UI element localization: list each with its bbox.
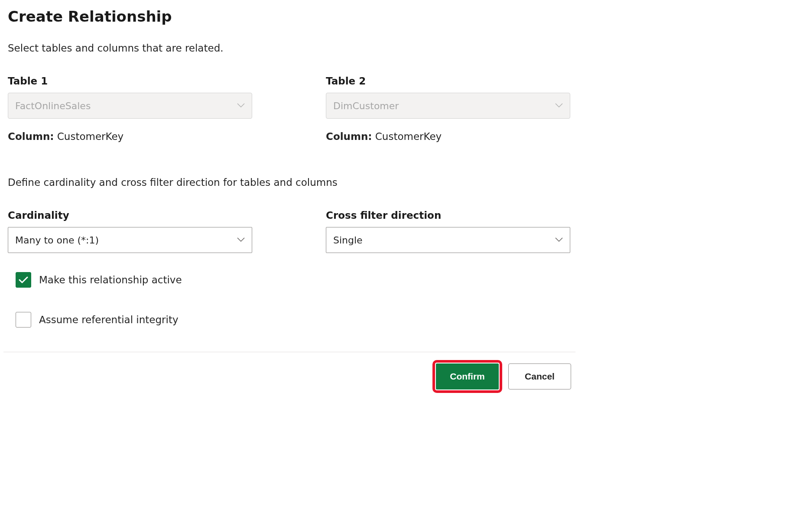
cancel-button[interactable]: Cancel bbox=[508, 363, 571, 389]
chevron-down-icon bbox=[555, 237, 563, 243]
settings-row: Cardinality Many to one (*:1) Cross filt… bbox=[8, 210, 571, 253]
table2-label: Table 2 bbox=[326, 75, 570, 87]
chevron-down-icon bbox=[237, 237, 245, 243]
table2-column-label: Column: bbox=[326, 131, 372, 142]
table1-column-value: CustomerKey bbox=[57, 131, 123, 142]
table2-block: Table 2 DimCustomer Column: CustomerKey bbox=[326, 75, 570, 142]
crossfilter-value: Single bbox=[333, 235, 363, 246]
integrity-checkbox-label[interactable]: Assume referential integrity bbox=[39, 314, 179, 325]
dialog-footer: Confirm Cancel bbox=[3, 352, 575, 402]
table1-block: Table 1 FactOnlineSales Column: Customer… bbox=[8, 75, 252, 142]
define-text: Define cardinality and cross filter dire… bbox=[8, 177, 571, 188]
cardinality-block: Cardinality Many to one (*:1) bbox=[8, 210, 252, 253]
table2-column-value: CustomerKey bbox=[375, 131, 442, 142]
integrity-checkbox-row: Assume referential integrity bbox=[16, 312, 571, 328]
table2-value: DimCustomer bbox=[333, 101, 399, 111]
dialog-subtitle: Select tables and columns that are relat… bbox=[8, 42, 571, 54]
confirm-button[interactable]: Confirm bbox=[436, 363, 499, 389]
integrity-checkbox[interactable] bbox=[16, 312, 31, 328]
cardinality-select[interactable]: Many to one (*:1) bbox=[8, 227, 252, 253]
tables-row: Table 1 FactOnlineSales Column: Customer… bbox=[8, 75, 571, 142]
active-checkbox-label[interactable]: Make this relationship active bbox=[39, 274, 182, 285]
table1-select[interactable]: FactOnlineSales bbox=[8, 93, 252, 119]
chevron-down-icon bbox=[237, 102, 245, 109]
table1-value: FactOnlineSales bbox=[15, 101, 91, 111]
table1-label: Table 1 bbox=[8, 75, 252, 87]
crossfilter-select[interactable]: Single bbox=[326, 227, 570, 253]
dialog-title: Create Relationship bbox=[8, 8, 571, 25]
crossfilter-block: Cross filter direction Single bbox=[326, 210, 570, 253]
cardinality-label: Cardinality bbox=[8, 210, 252, 221]
table1-column-label: Column: bbox=[8, 131, 54, 142]
create-relationship-dialog: Create Relationship Select tables and co… bbox=[8, 8, 571, 402]
crossfilter-label: Cross filter direction bbox=[326, 210, 570, 221]
table1-column-row: Column: CustomerKey bbox=[8, 131, 252, 142]
chevron-down-icon bbox=[555, 102, 563, 109]
active-checkbox-row: Make this relationship active bbox=[16, 272, 571, 288]
active-checkbox[interactable] bbox=[16, 272, 31, 288]
table2-column-row: Column: CustomerKey bbox=[326, 131, 570, 142]
cardinality-value: Many to one (*:1) bbox=[15, 235, 99, 246]
table2-select[interactable]: DimCustomer bbox=[326, 93, 570, 119]
